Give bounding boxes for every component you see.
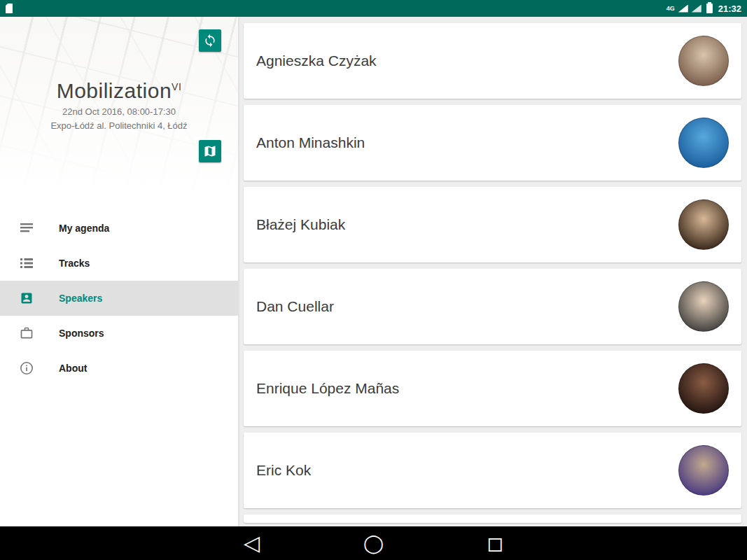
speaker-card[interactable]: Błażej Kubiak bbox=[244, 187, 741, 262]
menu-item-sponsors[interactable]: Sponsors bbox=[0, 316, 238, 351]
speaker-card-partial[interactable] bbox=[244, 514, 741, 523]
menu-item-tracks[interactable]: Tracks bbox=[0, 246, 238, 281]
back-icon[interactable]: ◁ bbox=[240, 533, 264, 554]
secondary-signal-icon bbox=[692, 5, 701, 13]
speaker-card[interactable]: Anton Minashkin bbox=[244, 105, 741, 181]
speaker-list: Agnieszka Czyżak Anton Minashkin Błażej … bbox=[238, 17, 747, 526]
sponsors-icon bbox=[20, 326, 34, 340]
status-bar: 4G 21:32 bbox=[0, 0, 747, 17]
speaker-name: Anton Minashkin bbox=[256, 134, 365, 151]
recents-icon[interactable]: ◻ bbox=[484, 533, 508, 554]
network-type-label: 4G bbox=[666, 6, 675, 12]
drawer-menu: My agenda Tracks Speakers bbox=[0, 211, 238, 386]
home-icon[interactable]: ◯ bbox=[362, 534, 386, 552]
speaker-card[interactable]: Eric Kok bbox=[244, 433, 741, 508]
speaker-card[interactable]: Enrique López Mañas bbox=[244, 351, 741, 426]
menu-label: Sponsors bbox=[59, 328, 104, 339]
speaker-name: Dan Cuellar bbox=[256, 298, 334, 315]
speaker-avatar bbox=[678, 200, 729, 250]
app-title: MobilizationVI bbox=[0, 74, 238, 104]
menu-item-about[interactable]: About bbox=[0, 351, 238, 386]
speaker-name: Eric Kok bbox=[256, 462, 311, 479]
speakers-icon bbox=[20, 291, 34, 305]
menu-label: Tracks bbox=[59, 258, 90, 269]
map-icon bbox=[203, 144, 217, 158]
system-navigation-bar: ◁ ◯ ◻ bbox=[0, 526, 747, 560]
speaker-avatar bbox=[678, 281, 729, 332]
menu-item-my-agenda[interactable]: My agenda bbox=[0, 211, 238, 246]
speaker-name: Błażej Kubiak bbox=[256, 216, 345, 233]
drawer-header: MobilizationVI 22nd Oct 2016, 08:00-17:3… bbox=[0, 17, 238, 193]
about-icon bbox=[20, 361, 34, 375]
cell-signal-icon bbox=[678, 5, 688, 13]
android-screen: 4G 21:32 MobilizationVI 22nd Oct 2016, 0… bbox=[0, 0, 747, 560]
event-venue: Expo-Łódź al. Politechniki 4, Łódź bbox=[0, 120, 238, 132]
speaker-name: Agnieszka Czyżak bbox=[256, 52, 377, 69]
speaker-name: Enrique López Mañas bbox=[256, 380, 399, 397]
speaker-avatar bbox=[678, 36, 729, 86]
menu-label: About bbox=[59, 363, 87, 374]
status-bar-clock: 21:32 bbox=[718, 4, 741, 14]
speaker-card[interactable]: Agnieszka Czyżak bbox=[244, 23, 741, 99]
battery-icon bbox=[706, 4, 713, 13]
speaker-avatar bbox=[678, 445, 729, 496]
sd-card-icon bbox=[6, 4, 13, 13]
speaker-avatar bbox=[678, 118, 729, 168]
speaker-avatar bbox=[678, 363, 729, 414]
agenda-icon bbox=[20, 221, 34, 235]
navigation-drawer: MobilizationVI 22nd Oct 2016, 08:00-17:3… bbox=[0, 17, 238, 526]
sync-button[interactable] bbox=[199, 29, 221, 52]
menu-label: Speakers bbox=[59, 293, 102, 304]
app-title-edition: VI bbox=[172, 81, 181, 92]
speaker-card[interactable]: Dan Cuellar bbox=[244, 269, 741, 344]
menu-label: My agenda bbox=[59, 223, 109, 234]
menu-item-speakers[interactable]: Speakers bbox=[0, 281, 238, 316]
tracks-icon bbox=[20, 256, 34, 270]
map-button[interactable] bbox=[199, 140, 221, 162]
sync-icon bbox=[203, 34, 217, 48]
event-date: 22nd Oct 2016, 08:00-17:30 bbox=[0, 106, 238, 118]
